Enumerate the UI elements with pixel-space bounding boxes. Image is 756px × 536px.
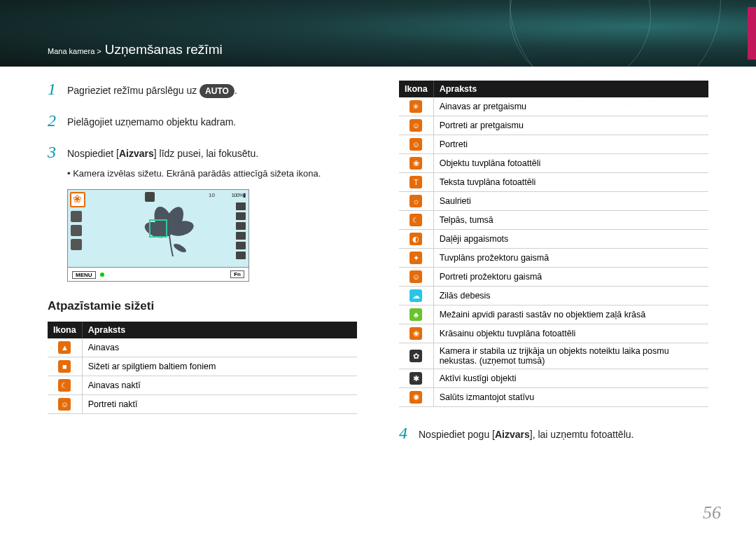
scene-icon: ☀ <box>410 100 422 113</box>
scene-icon: ✺ <box>410 391 422 404</box>
scene-icon: ☁ <box>410 289 422 302</box>
table-row: ❀Krāsainu objektu tuvplāna fotoattēli <box>399 324 708 343</box>
scene-icon: ☺ <box>410 119 422 132</box>
table-row: ☾Ainavas naktī <box>48 376 357 395</box>
section-tab <box>748 7 756 60</box>
row-icon-cell: ☺ <box>48 395 82 414</box>
step-number: 3 <box>48 144 59 160</box>
scene-icon: T <box>410 176 422 188</box>
row-desc: Objektu tuvplāna fotoattēli <box>433 154 708 173</box>
scene-icon: ◐ <box>410 233 422 245</box>
screen-preview: 10 100%▮ <box>68 190 248 267</box>
row-desc: Teksta tuvplāna fotoattēli <box>433 173 708 192</box>
scene-icon: ▲ <box>58 341 71 354</box>
table-row: ◐Daļēji apgaismots <box>399 230 708 249</box>
left-icon-column <box>71 211 82 250</box>
col-icon: Ikona <box>399 81 433 97</box>
scene-icon: ♣ <box>410 308 422 321</box>
table-row: ✺Salūts izmantojot statīvu <box>399 388 708 407</box>
row-icon-cell: ☺ <box>399 135 433 154</box>
scene-icon: ☺ <box>410 138 422 151</box>
row-icon-cell: ▲ <box>48 338 82 357</box>
page-content: 1 Pagrieziet režīmu pārslēgu uz AUTO. 2 … <box>48 81 708 456</box>
row-desc: Saulrieti <box>433 192 708 211</box>
right-column: Ikona Apraksts ☀Ainavas ar pretgaismu☺Po… <box>399 81 708 456</box>
scene-icon: ✿ <box>410 350 422 362</box>
table-row: ☺Portreti naktī <box>48 395 357 414</box>
row-desc: Ainavas ar pretgaismu <box>433 97 708 116</box>
row-desc: Sižeti ar spilgtiem baltiem foniem <box>82 357 357 376</box>
row-desc: Tuvplāns prožektoru gaismā <box>433 249 708 268</box>
col-desc: Apraksts <box>82 322 357 338</box>
table-row: ■Sižeti ar spilgtiem baltiem foniem <box>48 357 357 376</box>
row-icon-cell: ❀ <box>399 324 433 343</box>
menu-button: MENU <box>72 271 96 279</box>
screen-bottom-bar: MENU Fn <box>68 267 248 281</box>
row-icon-cell: ☁ <box>399 287 433 305</box>
row-icon-cell: T <box>399 173 433 192</box>
scene-icon: ✱ <box>410 372 422 385</box>
row-desc: Telpās, tumsā <box>433 211 708 230</box>
scene-icon: ❀ <box>410 157 422 170</box>
scene-icon: ☼ <box>410 195 422 207</box>
row-icon-cell: ☾ <box>399 211 433 230</box>
scene-icon: ■ <box>58 360 71 373</box>
row-desc: Portreti ar pretgaismu <box>433 116 708 135</box>
row-desc: Mežaini apvidi parasti sastāv no objekti… <box>433 305 708 324</box>
table-row: ♣Mežaini apvidi parasti sastāv no objekt… <box>399 305 708 324</box>
table-row: ☺Portreti prožektoru gaismā <box>399 268 708 287</box>
scene-icon: ✦ <box>410 252 422 264</box>
table-row: ✦Tuvplāns prožektoru gaismā <box>399 249 708 268</box>
scenes-table-right: Ikona Apraksts ☀Ainavas ar pretgaismu☺Po… <box>399 81 708 407</box>
row-desc: Portreti naktī <box>82 395 357 414</box>
step-number: 1 <box>48 81 59 97</box>
breadcrumb-path: Mana kamera > <box>48 47 102 55</box>
table-row: ☺Portreti <box>399 135 708 154</box>
svg-point-4 <box>172 242 187 254</box>
scene-icon: ☾ <box>410 214 422 226</box>
scene-icon: ❀ <box>410 327 422 340</box>
row-icon-cell: ☺ <box>399 116 433 135</box>
step-2: 2 Pielāgojiet uzņemamo objektu kadram. <box>48 112 357 130</box>
scene-icon <box>70 192 85 207</box>
subheading: Atpazīstamie sižeti <box>48 299 357 313</box>
scene-icon: ☺ <box>58 398 71 411</box>
breadcrumb: Mana kamera > Uzņemšanas režīmi <box>48 42 223 57</box>
table-row: ☺Portreti ar pretgaismu <box>399 116 708 135</box>
row-icon-cell: ☺ <box>399 268 433 287</box>
row-desc: Zilās debesis <box>433 287 708 305</box>
row-desc: Salūts izmantojot statīvu <box>433 388 708 407</box>
right-icon-column <box>236 202 246 259</box>
step-number: 4 <box>399 425 410 441</box>
table-row: ☁Zilās debesis <box>399 287 708 305</box>
row-icon-cell: ✦ <box>399 249 433 268</box>
step-1: 1 Pagrieziet režīmu pārslēgu uz AUTO. <box>48 81 357 98</box>
scene-icon: ☾ <box>58 379 71 392</box>
col-desc: Apraksts <box>433 81 708 97</box>
row-icon-cell: ■ <box>48 357 82 376</box>
row-desc: Portreti <box>433 135 708 154</box>
table-row: ☼Saulrieti <box>399 192 708 211</box>
page-title: Uzņemšanas režīmi <box>105 42 223 57</box>
camera-screen-illustration: 10 100%▮ <box>67 189 249 282</box>
row-desc: Ainavas <box>82 338 357 357</box>
step-text: Nospiediet [Aizvars] līdz pusei, lai fok… <box>67 144 258 161</box>
step-3: 3 Nospiediet [Aizvars] līdz pusei, lai f… <box>48 144 357 161</box>
table-row: ▲Ainavas <box>48 338 357 357</box>
row-icon-cell: ♣ <box>399 305 433 324</box>
battery-icon: 100%▮ <box>232 192 245 198</box>
auto-badge: AUTO <box>200 84 234 98</box>
step-text: Pagrieziet režīmu pārslēgu uz AUTO. <box>67 81 237 98</box>
col-icon: Ikona <box>48 322 82 338</box>
focus-indicator <box>149 219 167 238</box>
row-icon-cell: ✺ <box>399 388 433 407</box>
fn-button: Fn <box>230 270 244 278</box>
row-icon-cell: ✱ <box>399 369 433 388</box>
row-desc: Portreti prožektoru gaismā <box>433 268 708 287</box>
row-icon-cell: ◐ <box>399 230 433 249</box>
row-desc: Ainavas naktī <box>82 376 357 395</box>
step-text: Nospiediet pogu [Aizvars], lai uzņemtu f… <box>419 425 634 442</box>
table-row: TTeksta tuvplāna fotoattēli <box>399 173 708 192</box>
row-desc: Krāsainu objektu tuvplāna fotoattēli <box>433 324 708 343</box>
shot-count: 10 <box>209 192 215 198</box>
